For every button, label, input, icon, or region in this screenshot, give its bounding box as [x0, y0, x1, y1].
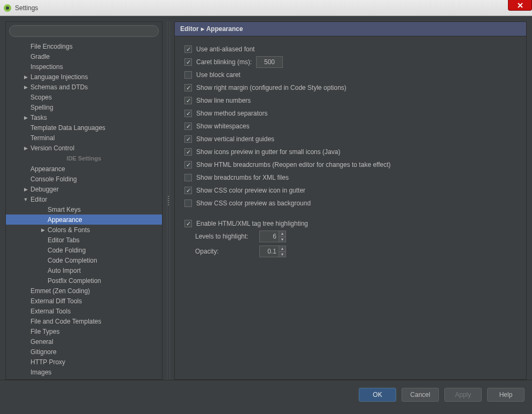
- tree-item-label: Gitignore: [29, 348, 57, 356]
- tree-item-label: Colors & Fonts: [47, 226, 90, 234]
- breadcrumb: Editor ▸ Appearance: [175, 22, 526, 36]
- breadcrumb-root: Editor: [180, 25, 199, 33]
- section-header: IDE Settings: [6, 153, 162, 164]
- whitespaces-checkbox[interactable]: [184, 122, 192, 130]
- caret-blink-input[interactable]: [256, 56, 283, 68]
- css-gutter-checkbox[interactable]: [184, 187, 192, 194]
- cancel-button[interactable]: Cancel: [402, 388, 439, 402]
- search-input[interactable]: [9, 25, 159, 37]
- tree-item[interactable]: External Diff Tools: [6, 296, 162, 306]
- tree-item[interactable]: General: [6, 336, 162, 347]
- opacity-spinner[interactable]: ▲▼: [259, 246, 286, 257]
- xml-bread-label: Show breadcrumbs for XML files: [196, 174, 289, 181]
- tree-item[interactable]: Postfix Completion: [6, 275, 162, 286]
- tree-item-label: Language Injections: [29, 73, 88, 81]
- tree-item-label: Code Completion: [47, 257, 97, 264]
- tree-item[interactable]: Spelling: [6, 102, 162, 112]
- tree-item[interactable]: Smart Keys: [6, 204, 162, 214]
- tree-item[interactable]: Gradle: [6, 51, 162, 62]
- tree-item[interactable]: ▼Editor: [6, 194, 162, 204]
- block-caret-checkbox[interactable]: [184, 71, 192, 79]
- tree-item[interactable]: Terminal: [6, 133, 162, 143]
- tree-item[interactable]: ▶Version Control: [6, 143, 162, 153]
- spin-down-icon[interactable]: ▼: [279, 252, 286, 257]
- caret-blink-label: Caret blinking (ms):: [196, 58, 252, 66]
- tree-item[interactable]: File and Code Templates: [6, 316, 162, 326]
- tree-item[interactable]: ▶Debugger: [6, 184, 162, 194]
- tree-item-label: Spelling: [29, 104, 53, 111]
- spin-down-icon[interactable]: ▼: [279, 237, 286, 242]
- tag-tree-label: Enable HTML/XML tag tree highlighting: [196, 220, 308, 227]
- tree-item[interactable]: Gitignore: [6, 347, 162, 357]
- apply-button[interactable]: Apply: [444, 388, 482, 402]
- xml-bread-checkbox[interactable]: [184, 174, 192, 181]
- tree-arrow-icon: ▼: [22, 197, 29, 202]
- opacity-input[interactable]: [259, 246, 279, 257]
- tree-item[interactable]: Template Data Languages: [6, 122, 162, 133]
- css-bg-checkbox[interactable]: [184, 200, 192, 207]
- anti-aliased-checkbox[interactable]: [184, 45, 192, 53]
- ok-button[interactable]: OK: [359, 388, 396, 402]
- block-caret-label: Use block caret: [196, 71, 241, 79]
- right-margin-label: Show right margin (configured in Code St…: [196, 84, 346, 91]
- tree-item-label: Appearance: [47, 216, 82, 224]
- spin-up-icon[interactable]: ▲: [279, 246, 286, 252]
- tree-item-label: Console Folding: [29, 175, 77, 183]
- tree-item-label: File Types: [29, 328, 59, 335]
- tree-item[interactable]: File Types: [6, 326, 162, 336]
- tree-item[interactable]: ▶Colors & Fonts: [6, 225, 162, 235]
- tree-item-label: Images: [29, 369, 51, 376]
- tree-item-label: Gradle: [29, 53, 50, 60]
- close-button[interactable]: [508, 0, 532, 11]
- settings-panel: Use anti-aliased font Caret blinking (ms…: [175, 36, 526, 379]
- tree-item-label: Inspections: [29, 63, 63, 71]
- tree-item[interactable]: Code Completion: [6, 255, 162, 265]
- tree-item[interactable]: HTTP Proxy: [6, 357, 162, 367]
- app-icon: [3, 4, 12, 12]
- tree-item[interactable]: Inspections: [6, 62, 162, 72]
- icons-gutter-checkbox[interactable]: [184, 148, 192, 156]
- tree-item[interactable]: Auto Import: [6, 265, 162, 275]
- levels-input[interactable]: [259, 231, 279, 242]
- html-bread-checkbox[interactable]: [184, 161, 192, 168]
- line-numbers-checkbox[interactable]: [184, 97, 192, 104]
- tree-item[interactable]: Code Folding: [6, 245, 162, 255]
- tree-item-label: External Diff Tools: [29, 297, 82, 305]
- right-margin-checkbox[interactable]: [184, 84, 192, 91]
- tree-item-label: HTTP Proxy: [29, 358, 65, 366]
- caret-blink-checkbox[interactable]: [184, 58, 192, 66]
- tree-item[interactable]: Intentions: [6, 377, 162, 379]
- tag-tree-checkbox[interactable]: [184, 220, 192, 227]
- tree-item[interactable]: Scopes: [6, 92, 162, 102]
- settings-tree[interactable]: File EncodingsGradleInspections▶Language…: [6, 40, 162, 379]
- tree-arrow-icon: ▶: [39, 227, 47, 233]
- tree-item[interactable]: Appearance: [6, 214, 162, 225]
- tree-item[interactable]: Images: [6, 367, 162, 377]
- tree-item-label: Auto Import: [47, 267, 81, 274]
- css-gutter-label: Show CSS color preview icon in gutter: [196, 187, 305, 194]
- levels-spinner[interactable]: ▲▼: [259, 231, 286, 242]
- tree-arrow-icon: ▶: [22, 115, 29, 120]
- tree-item[interactable]: External Tools: [6, 306, 162, 316]
- tree-item[interactable]: Editor Tabs: [6, 235, 162, 245]
- tree-item[interactable]: ▶Schemas and DTDs: [6, 82, 162, 92]
- method-sep-checkbox[interactable]: [184, 110, 192, 117]
- tree-item-label: Postfix Completion: [47, 277, 101, 285]
- tree-item[interactable]: Emmet (Zen Coding): [6, 286, 162, 296]
- settings-sidebar: File EncodingsGradleInspections▶Language…: [5, 21, 163, 380]
- tree-item[interactable]: File Encodings: [6, 41, 162, 51]
- splitter[interactable]: [167, 21, 170, 380]
- spin-up-icon[interactable]: ▲: [279, 231, 286, 237]
- tree-item[interactable]: Console Folding: [6, 174, 162, 184]
- tree-item[interactable]: Appearance: [6, 164, 162, 174]
- tree-item-label: File Encodings: [29, 43, 73, 50]
- tree-arrow-icon: ▶: [22, 187, 29, 192]
- help-button[interactable]: Help: [487, 388, 525, 402]
- line-numbers-label: Show line numbers: [196, 97, 251, 104]
- vert-indent-checkbox[interactable]: [184, 135, 192, 143]
- tree-item-label: Terminal: [29, 134, 55, 142]
- tree-item[interactable]: ▶Language Injections: [6, 72, 162, 82]
- tree-item[interactable]: ▶Tasks: [6, 112, 162, 122]
- vert-indent-label: Show vertical indent guides: [196, 135, 274, 143]
- levels-label: Levels to highlight:: [195, 233, 255, 240]
